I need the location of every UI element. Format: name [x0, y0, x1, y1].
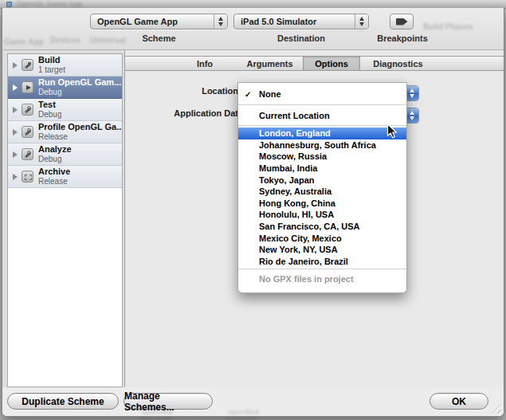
scheme-row-title: Archive [38, 167, 70, 177]
menu-separator [238, 269, 406, 269]
destination-label: Destination [233, 33, 369, 43]
background-window-title: OpenGL Game App [17, 0, 83, 8]
tab-bar: Info Arguments Options Diagnostics [125, 56, 504, 71]
application-data-label: Application Dat [125, 108, 238, 118]
scheme-popup-value: OpenGL Game App [97, 17, 214, 26]
menu-item-location[interactable]: New York, NY, USA [238, 244, 406, 256]
popup-arrows-icon [214, 14, 227, 29]
ok-button[interactable]: OK [430, 393, 488, 410]
scheme-row-title: Test [38, 100, 61, 110]
menu-footer-note: No GPX files in project [238, 272, 406, 286]
sidebar-scheme-row[interactable]: Archive Release [8, 166, 122, 188]
background-ghost-text: Devices [50, 36, 80, 45]
menu-item-location[interactable]: London, England [238, 128, 406, 139]
schemes-sidebar: Build 1 target Run OpenGL Gam... Debug [7, 53, 123, 387]
resize-grip[interactable] [492, 404, 501, 414]
menu-item-location[interactable]: Honolulu, HI, USA [238, 209, 406, 221]
scheme-row-subtitle: Debug [38, 155, 72, 164]
background-ghost-text: Build Phases [423, 22, 473, 31]
menu-item-location[interactable]: Johannesburg, South Africa [238, 139, 406, 151]
destination-popup[interactable]: iPad 5.0 Simulator [233, 14, 369, 29]
sidebar-scheme-row[interactable]: Analyze Debug [8, 143, 122, 166]
manage-schemes-button[interactable]: Manage Schemes... [124, 393, 213, 410]
menu-item-label: Current Location [259, 111, 330, 120]
sidebar-scheme-row[interactable]: Profile OpenGL Ga... Release [8, 121, 122, 143]
disclosure-triangle-icon[interactable] [13, 107, 18, 113]
scheme-row-subtitle: Debug [38, 88, 121, 97]
menu-item-location[interactable]: Sydney, Australia [238, 186, 406, 198]
tab[interactable]: Info [173, 57, 237, 70]
scheme-editor-sheet: Game App Devices Universal Build Setting… [2, 8, 504, 417]
mouse-cursor [386, 124, 398, 139]
disclosure-triangle-icon[interactable] [13, 129, 18, 135]
scheme-row-title: Run OpenGL Gam... [38, 77, 121, 88]
sidebar-scheme-row[interactable]: Run OpenGL Gam... Debug [8, 77, 122, 99]
scheme-row-title: Build [38, 55, 65, 65]
scheme-row-subtitle: Debug [38, 110, 61, 120]
scheme-row-subtitle: 1 target [38, 65, 65, 75]
play-icon [22, 81, 33, 93]
menu-item-location[interactable]: Hong Kong, China [238, 198, 406, 210]
tab[interactable]: Arguments [237, 57, 303, 70]
menu-separator [238, 104, 406, 105]
disclosure-triangle-icon[interactable] [13, 174, 18, 180]
menu-separator [238, 125, 406, 126]
scheme-label: Scheme [90, 33, 228, 43]
menu-item-location[interactable]: Rio de Janeiro, Brazil [238, 256, 406, 268]
location-dropdown-menu: ✓ None Current Location London, England … [237, 82, 407, 293]
hammer-icon [22, 59, 33, 71]
sheet-footer-bar: specified specified Duplicate Scheme Man… [2, 387, 504, 416]
disclosure-triangle-icon[interactable] [13, 84, 18, 91]
sidebar-scheme-row[interactable]: Test Debug [8, 99, 122, 121]
menu-item-current-location[interactable]: Current Location [238, 107, 406, 124]
document-proxy-icon [6, 2, 12, 7]
disclosure-triangle-icon[interactable] [13, 62, 18, 69]
menu-item-location[interactable]: Mumbai, India [238, 163, 406, 175]
background-ghost-text: specified [228, 408, 259, 416]
menu-item-location[interactable]: Tokyo, Japan [238, 174, 406, 186]
scheme-row-subtitle: Release [38, 177, 70, 186]
breakpoints-button[interactable] [390, 14, 414, 29]
wrench-icon [22, 126, 33, 138]
destination-popup-value: iPad 5.0 Simulator [241, 17, 355, 26]
sidebar-scheme-row[interactable]: Build 1 target [8, 54, 122, 77]
menu-location-list: London, England Johannesburg, South Afri… [238, 128, 406, 267]
popup-arrows-icon [355, 14, 368, 29]
wrench-icon [22, 104, 33, 116]
menu-item-location[interactable]: San Francisco, CA, USA [238, 221, 406, 233]
checkmark-icon: ✓ [245, 90, 251, 99]
location-label: Location [125, 86, 238, 96]
menu-item-location[interactable]: Mexico City, Mexico [238, 232, 406, 244]
breakpoint-arrow-icon [396, 18, 408, 26]
duplicate-scheme-button[interactable]: Duplicate Scheme [7, 393, 119, 410]
menu-item-location[interactable]: Moscow, Russia [238, 151, 406, 163]
box-icon [22, 171, 33, 183]
tab[interactable]: Diagnostics [360, 57, 436, 70]
breakpoints-label: Breakpoints [363, 33, 442, 43]
disclosure-triangle-icon[interactable] [13, 151, 18, 158]
scheme-row-subtitle: Release [38, 132, 122, 142]
scheme-popup[interactable]: OpenGL Game App [90, 14, 228, 29]
menu-item-label: None [259, 89, 281, 99]
scheme-row-title: Profile OpenGL Ga... [38, 122, 122, 132]
background-ghost-text: Game App [4, 37, 44, 46]
menu-item-none[interactable]: ✓ None [238, 85, 406, 103]
wrench-icon [22, 148, 33, 160]
sheet-toolbar: Game App Devices Universal Build Setting… [2, 8, 504, 49]
tab[interactable]: Options [303, 57, 360, 70]
scheme-row-title: Analyze [38, 144, 72, 155]
